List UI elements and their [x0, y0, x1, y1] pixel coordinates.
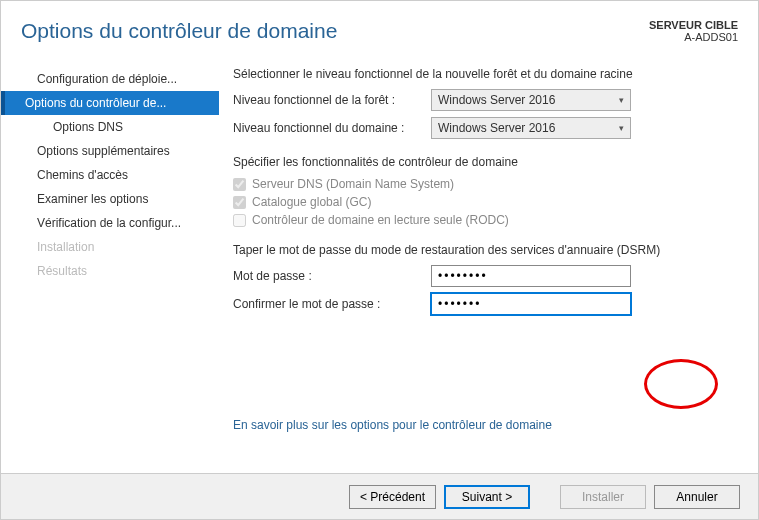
password-label: Mot de passe :	[233, 269, 431, 283]
annotation-circle	[644, 359, 718, 409]
sidebar-item-5[interactable]: Examiner les options	[1, 187, 219, 211]
sidebar-item-1[interactable]: Options du contrôleur de...	[1, 91, 219, 115]
sidebar-item-4[interactable]: Chemins d'accès	[1, 163, 219, 187]
sidebar-item-7: Installation	[1, 235, 219, 259]
wizard-content: Sélectionner le niveau fonctionnel de la…	[219, 53, 758, 448]
rodc-checkbox-label: Contrôleur de domaine en lecture seule (…	[252, 213, 509, 227]
wizard-sidebar: Configuration de déploie...Options du co…	[1, 53, 219, 448]
domain-level-value: Windows Server 2016	[438, 121, 555, 135]
sidebar-item-0[interactable]: Configuration de déploie...	[1, 67, 219, 91]
forest-level-value: Windows Server 2016	[438, 93, 555, 107]
sidebar-item-2[interactable]: Options DNS	[1, 115, 219, 139]
chevron-down-icon: ▾	[619, 123, 624, 133]
confirm-password-label: Confirmer le mot de passe :	[233, 297, 431, 311]
cancel-button[interactable]: Annuler	[654, 485, 740, 509]
next-button[interactable]: Suivant >	[444, 485, 530, 509]
sidebar-item-6[interactable]: Vérification de la configur...	[1, 211, 219, 235]
forest-level-select[interactable]: Windows Server 2016 ▾	[431, 89, 631, 111]
sidebar-item-8: Résultats	[1, 259, 219, 283]
page-title: Options du contrôleur de domaine	[21, 19, 337, 43]
domain-level-select[interactable]: Windows Server 2016 ▾	[431, 117, 631, 139]
forest-level-label: Niveau fonctionnel de la forêt :	[233, 93, 431, 107]
functional-level-intro: Sélectionner le niveau fonctionnel de la…	[233, 67, 738, 81]
dns-checkbox	[233, 178, 246, 191]
install-button: Installer	[560, 485, 646, 509]
dsrm-heading: Taper le mot de passe du mode de restaur…	[233, 243, 738, 257]
previous-button[interactable]: < Précédent	[349, 485, 436, 509]
target-label: SERVEUR CIBLE	[649, 19, 738, 31]
wizard-footer: < Précédent Suivant > Installer Annuler	[1, 473, 758, 519]
dns-checkbox-label: Serveur DNS (Domain Name System)	[252, 177, 454, 191]
confirm-password-input[interactable]	[431, 293, 631, 315]
chevron-down-icon: ▾	[619, 95, 624, 105]
target-server-block: SERVEUR CIBLE A-ADDS01	[649, 19, 738, 43]
capabilities-heading: Spécifier les fonctionnalités de contrôl…	[233, 155, 738, 169]
more-info-link[interactable]: En savoir plus sur les options pour le c…	[233, 418, 552, 432]
gc-checkbox-label: Catalogue global (GC)	[252, 195, 371, 209]
password-input[interactable]	[431, 265, 631, 287]
rodc-checkbox	[233, 214, 246, 227]
sidebar-item-3[interactable]: Options supplémentaires	[1, 139, 219, 163]
gc-checkbox	[233, 196, 246, 209]
target-name: A-ADDS01	[649, 31, 738, 43]
domain-level-label: Niveau fonctionnel du domaine :	[233, 121, 431, 135]
